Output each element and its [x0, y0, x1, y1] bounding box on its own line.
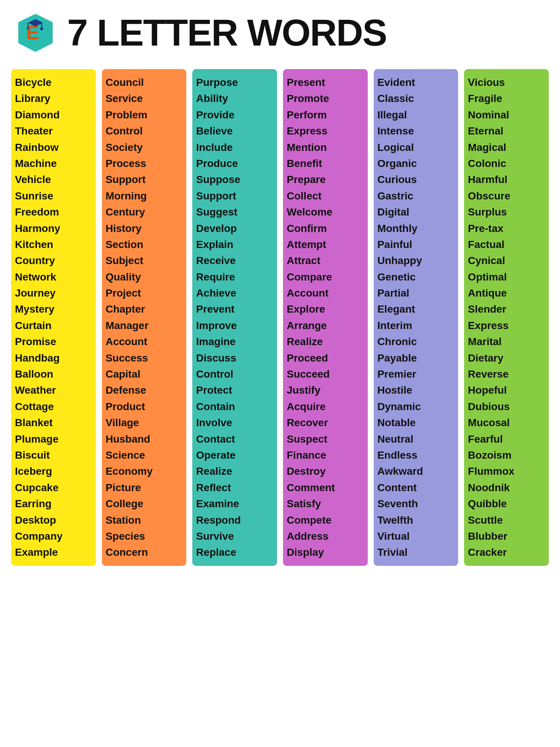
word-item: Cupcake [15, 480, 92, 496]
word-item: Attempt [287, 236, 364, 252]
word-item: Content [377, 480, 455, 496]
word-item: Biscuit [15, 447, 92, 463]
word-item: Balloon [15, 366, 92, 382]
word-column-4: EvidentClassicIllegalIntenseLogicalOrgan… [374, 69, 458, 566]
word-item: Defense [106, 382, 183, 398]
word-item: Country [15, 252, 92, 269]
word-item: Attract [287, 252, 364, 269]
word-item: Elegant [377, 301, 455, 317]
word-item: Require [196, 269, 273, 285]
word-item: Collect [287, 188, 364, 204]
word-item: Recover [287, 415, 364, 431]
word-item: Painful [377, 236, 455, 252]
word-item: Journey [15, 285, 92, 301]
word-item: Evident [377, 74, 455, 90]
word-item: Service [106, 90, 183, 106]
word-item: Digital [377, 204, 455, 220]
word-item: Council [106, 74, 183, 90]
word-item: Destroy [287, 463, 364, 479]
word-item: Harmony [15, 220, 92, 236]
word-item: Process [106, 155, 183, 171]
logo: E [15, 12, 56, 53]
word-item: Develop [196, 220, 273, 236]
word-item: Prevent [196, 301, 273, 317]
word-item: Purpose [196, 74, 273, 90]
word-item: Optimal [468, 269, 545, 285]
word-item: Believe [196, 123, 273, 139]
word-item: Premier [377, 366, 455, 382]
word-item: Concern [106, 544, 183, 560]
word-item: Morning [106, 188, 183, 204]
word-item: Express [287, 123, 364, 139]
word-item: Contact [196, 431, 273, 447]
word-item: Proceed [287, 350, 364, 366]
word-item: Seventh [377, 496, 455, 512]
word-item: Examine [196, 496, 273, 512]
word-item: Dubious [468, 399, 545, 415]
word-item: Confirm [287, 220, 364, 236]
word-item: Harmful [468, 171, 545, 187]
word-item: Company [15, 528, 92, 544]
word-item: Subject [106, 252, 183, 269]
word-item: Classic [377, 90, 455, 106]
word-item: Awkward [377, 463, 455, 479]
word-item: Project [106, 285, 183, 301]
word-item: Manager [106, 317, 183, 334]
page-title: 7 LETTER WORDS [67, 11, 386, 54]
word-item: Logical [377, 139, 455, 155]
word-item: Prepare [287, 171, 364, 187]
word-item: Operate [196, 447, 273, 463]
word-item: Flummox [468, 463, 545, 479]
word-item: Machine [15, 155, 92, 171]
word-item: Notable [377, 415, 455, 431]
word-item: Genetic [377, 269, 455, 285]
word-item: Society [106, 139, 183, 155]
word-column-0: BicycleLibraryDiamondTheaterRainbowMachi… [11, 69, 96, 566]
word-item: Welcome [287, 204, 364, 220]
word-item: History [106, 220, 183, 236]
word-item: Payable [377, 350, 455, 366]
word-item: Obscure [468, 188, 545, 204]
word-item: Control [106, 123, 183, 139]
word-item: Example [15, 544, 92, 560]
word-column-1: CouncilServiceProblemControlSocietyProce… [102, 69, 187, 566]
word-item: Virtual [377, 528, 455, 544]
word-column-5: ViciousFragileNominalEternalMagicalColon… [464, 69, 549, 566]
word-item: Dynamic [377, 399, 455, 415]
word-item: Endless [377, 447, 455, 463]
word-item: Address [287, 528, 364, 544]
word-item: Curious [377, 171, 455, 187]
word-item: Twelfth [377, 512, 455, 528]
word-item: Partial [377, 285, 455, 301]
word-item: Curtain [15, 317, 92, 334]
word-item: Arrange [287, 317, 364, 334]
word-item: Intense [377, 123, 455, 139]
word-item: Husband [106, 431, 183, 447]
word-item: Satisfy [287, 496, 364, 512]
word-item: Cottage [15, 399, 92, 415]
word-item: Discuss [196, 350, 273, 366]
word-item: Eternal [468, 123, 545, 139]
word-item: Success [106, 350, 183, 366]
word-item: Product [106, 399, 183, 415]
word-item: Earring [15, 496, 92, 512]
word-item: Chapter [106, 301, 183, 317]
word-item: Reverse [468, 366, 545, 382]
svg-rect-4 [41, 23, 42, 28]
word-item: Display [287, 544, 364, 560]
word-item: Economy [106, 463, 183, 479]
word-item: Contain [196, 399, 273, 415]
word-item: Hopeful [468, 382, 545, 398]
word-item: Pre-tax [468, 220, 545, 236]
word-item: Station [106, 512, 183, 528]
word-item: Express [468, 317, 545, 334]
word-item: Respond [196, 512, 273, 528]
word-item: Nominal [468, 107, 545, 123]
word-item: Chronic [377, 334, 455, 350]
svg-point-5 [40, 27, 43, 30]
word-item: Antique [468, 285, 545, 301]
word-item: Mention [287, 139, 364, 155]
word-item: Finance [287, 447, 364, 463]
word-item: Cracker [468, 544, 545, 560]
word-item: Surplus [468, 204, 545, 220]
